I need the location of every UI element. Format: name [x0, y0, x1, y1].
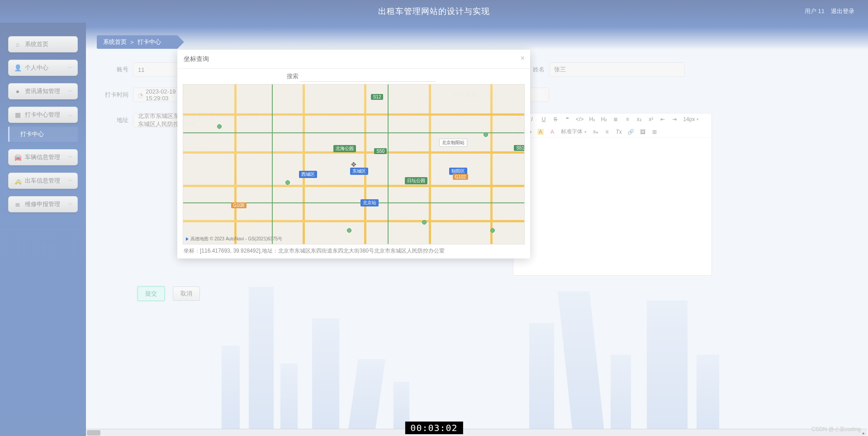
scroll-thumb[interactable] [87, 430, 100, 436]
search-input[interactable] [300, 71, 436, 82]
map-cursor-icon: ✥ [351, 161, 356, 168]
map-badge-s50: S50 [374, 148, 387, 154]
map-label-beijingzhan: 北京站 [360, 199, 379, 206]
map-label-chaoyangzhan: 北京朝阳站 [439, 139, 467, 147]
map-label-dongcheng: 东城区 [350, 168, 368, 175]
recording-timer: 00:03:02 [405, 422, 463, 434]
amap-logo-icon [186, 237, 189, 241]
close-icon[interactable]: × [521, 54, 525, 62]
map-attribution: 高德地图 © 2023 AutoNavi - GS(2021)6375号 [186, 236, 282, 242]
horizontal-scrollbar[interactable]: ◂ ▸ [86, 429, 867, 436]
map-badge-s51: S51 [514, 145, 525, 151]
map-label-beihai: 北海公园 [333, 145, 356, 152]
map-label-ritan: 日坛公园 [405, 177, 427, 184]
map-badge-s12: S12 [371, 94, 384, 100]
coord-readout: 坐标：[116.417693, 39.928492],地址：北京市东城区东四街道… [183, 244, 525, 255]
map-canvas[interactable]: 西城区 东城区 朝阳区 北海公园 北京站 日坛公园 G108 G102 S12 … [183, 84, 525, 244]
coord-modal: 坐标查询 × 搜索 西城区 东城区 朝阳区 北海公园 北京站 日坛公园 G108… [177, 50, 530, 258]
watermark-text: CSDN @小菜coding [811, 426, 861, 433]
map-label-xicheng: 西城区 [299, 171, 317, 178]
search-label: 搜索 [287, 72, 299, 80]
modal-header: 坐标查询 × [177, 50, 530, 69]
modal-search-row: 搜索 [183, 69, 525, 84]
modal-title: 坐标查询 [184, 55, 209, 63]
scroll-right-icon[interactable]: ▸ [860, 429, 867, 436]
map-badge-g108: G108 [231, 202, 247, 208]
map-badge-g102: G102 [453, 174, 468, 180]
